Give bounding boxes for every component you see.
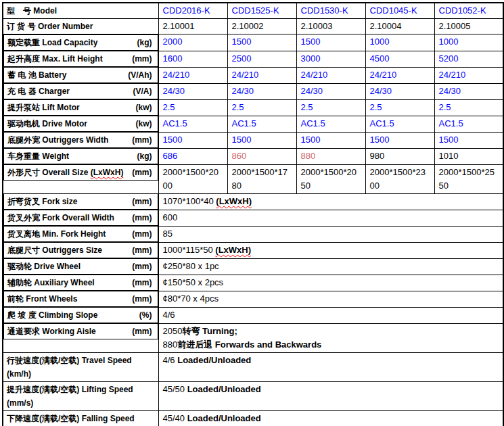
text-segment: 前进后退 Forwards and Backwards [177,339,321,350]
value-cell-overall-size-col4: 2000*1500*2300 [365,164,434,193]
text-segment: ¢80*70 x 4pcs [163,293,219,304]
value-span-working-aisle: 2050转弯 Turning;880前进后退 Forwards and Back… [158,323,503,352]
row-label-front-wheels: 前轮 Front Wheels(mm) [3,291,158,307]
text-segment: 1000*115*50 [163,245,216,255]
value-span-outriggers-size: 1000*115*50 (LxWxH) [158,242,503,258]
value-cell-model-col3: CDD1530-K [296,3,365,19]
value-cell-outriggers-width-col2: 1500 [227,132,296,148]
text-segment: 24/30 [163,86,185,96]
row-unit: (mm) [132,52,152,66]
spec-table-body: 型 号 ModelCDD2016-KCDD1525-KCDD1530-KCDD1… [3,3,503,426]
text-segment: 45/50 [163,384,187,394]
value-cell-order-number-col1: 2.10001 [158,19,227,34]
spec-row-load-capacity: 额定载重 Load Capacity(kg)200015001500100010… [3,34,503,51]
value-cell-load-capacity-col5: 1000 [434,34,503,51]
row-label-text: 折弯货叉 Fork size [7,195,77,208]
value-span-auxiliary-wheel: ¢150*50 x 2pcs [158,275,503,291]
value-cell-weight-col5: 1010 [434,148,503,164]
row-label-text: 车身重量 Weight [7,149,69,163]
spec-row-travel-speed: 行驶速度(满载/空载) Travel Speed(km/h)4/6 Loaded… [3,352,503,381]
value-cell-battery-col5: 24/210 [434,67,503,83]
value-cell-order-number-col2: 2.10002 [227,19,296,34]
value-cell-charger-col2: 24/30 [227,83,296,99]
value-cell-load-capacity-col1: 2000 [158,34,227,51]
value-span-fork-overall-width: 600 [158,210,503,226]
text-segment: 860 [232,151,247,161]
value-cell-lift-motor-col2: 2.5 [227,99,296,116]
text-segment: 1070*100*40 [163,196,216,206]
text-segment: 2000*1500*2550 [439,167,495,191]
value-span-lifting-speed: 45/50 Loaded/Unloaded [158,381,503,410]
row-label-drive-motor: 驱动电机 Drive Motor(kw) [3,116,158,132]
value-cell-drive-motor-col3: AC1.5 [296,116,365,132]
row-unit: (%) [139,308,152,322]
text-segment: 2.10001 [163,21,195,31]
spec-row-model: 型 号 ModelCDD2016-KCDD1525-KCDD1530-KCDD1… [3,3,503,19]
row-label-text: 额定载重 Load Capacity [7,36,97,49]
text-segment: ¢250*80 x 1pc [163,261,219,271]
row-unit: (mm) [132,166,152,179]
text-segment: 外形尺寸 Overall Size [7,168,91,177]
text-segment: 880 [163,339,178,350]
spec-row-min-fork-height: 货叉离地 Min. Fork Height(mm)85 [3,226,503,242]
row-unit: (mm) [132,325,152,338]
value-cell-charger-col3: 24/30 [296,83,365,99]
text-segment: 2050 [163,326,183,336]
text-segment: 驱动电机 Drive Motor [7,119,87,128]
value-cell-lift-motor-col4: 2.5 [365,99,434,116]
value-cell-max-lift-height-col2: 2500 [227,51,296,67]
text-segment: 1600 [163,53,183,64]
value-cell-weight-col4: 980 [365,148,434,164]
text-segment: 24/210 [301,70,328,80]
value-cell-weight-col3: 880 [296,148,365,164]
text-segment: 2.10002 [232,21,264,31]
text-segment: CDD1530-K [301,5,348,16]
value-cell-load-capacity-col4: 1000 [365,34,434,51]
text-segment: 2.10005 [439,21,471,31]
text-segment: 980 [370,151,385,161]
row-label-battery: 蓄 电 池 Battery(V/Ah) [3,67,158,83]
text-segment: Loaded/Unloaded [187,384,261,394]
row-label-text: 充 电 器 Charger [7,85,70,98]
text-segment: 2500 [232,53,252,64]
text-segment: 24/210 [163,70,190,80]
text-segment: 蓄 电 池 Battery [7,70,66,80]
row-label-order-number: 订 货 号 Order Number [3,19,158,34]
value-cell-drive-motor-col4: AC1.5 [365,116,434,132]
value-cell-drive-motor-col1: AC1.5 [158,116,227,132]
spec-row-front-wheels: 前轮 Front Wheels(mm)¢80*70 x 4pcs [3,291,503,307]
text-segment: 24/30 [232,86,254,96]
text-segment: 5200 [439,53,459,64]
text-segment: 驱动轮 Drive Wheel [7,262,81,271]
text-segment: ¢150*50 x 2pcs [163,277,224,287]
text-segment: 2.5 [370,102,382,112]
value-cell-lift-motor-col1: 2.5 [158,99,227,116]
row-label-text: 下降速度(满载/空载) Falling Speed(mm/s) [7,412,153,426]
value-cell-load-capacity-col3: 1500 [296,34,365,51]
value-span-drive-wheel: ¢250*80 x 1pc [158,258,503,275]
text-segment: 3000 [301,53,321,64]
text-segment: 底腿尺寸 Outriggers Size [7,245,102,255]
text-segment: 600 [163,212,178,222]
spec-row-fork-overall-width: 货叉外宽 Fork Overall Width(mm)600 [3,210,503,226]
text-segment: 通道要求 Working Aisle [7,327,96,336]
text-segment: 1500 [301,135,321,145]
text-segment: 货叉外宽 Fork Overall Width [7,213,114,222]
row-label-outriggers-width: 底腿外宽 Outriggers Width(mm) [3,132,158,148]
text-segment: 转弯 Turning; [182,326,237,336]
text-segment: 2000*1500*2000 [163,167,219,191]
row-label-text: 通道要求 Working Aisle [7,325,96,338]
value-cell-max-lift-height-col4: 4500 [365,51,434,67]
value-span-travel-speed: 4/6 Loaded/Unloaded [158,352,503,381]
text-segment: 起升高度 Max. Lift Height [7,54,103,64]
row-label-text: 货叉离地 Min. Fork Height [7,227,106,241]
row-label-model: 型 号 Model [3,3,158,19]
value-cell-charger-col1: 24/30 [158,83,227,99]
value-cell-outriggers-width-col1: 1500 [158,132,227,148]
text-segment: 下降速度(满载/空载) Falling Speed [7,414,135,423]
text-segment: 爬 坡 度 Climbing Slope [7,310,97,320]
row-label-fork-size: 折弯货叉 Fork size(mm) [3,193,158,210]
text-segment: 1500 [163,135,183,145]
row-label-text: 行驶速度(满载/空载) Travel Speed(km/h) [7,354,153,381]
text-segment: 车身重量 Weight [7,151,69,161]
